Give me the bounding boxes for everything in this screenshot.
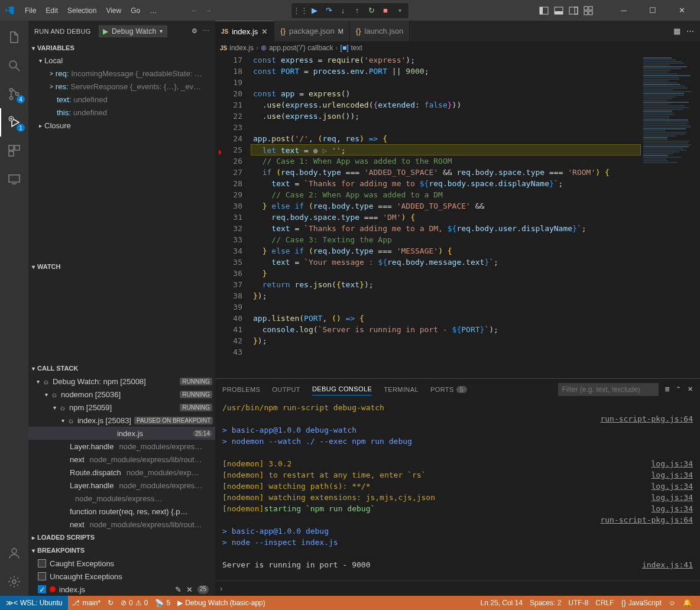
settings-gear-icon[interactable] [0,567,28,596]
bp-caught[interactable]: Caught Exceptions [28,557,215,570]
bottom-panel: PROBLEMSOUTPUTDEBUG CONSOLETERMINALPORTS… [215,378,700,596]
callstack-row[interactable]: index.js25:14 [28,427,215,440]
menu-go[interactable]: Go [127,4,144,17]
debug-status[interactable]: ▶ Debug Watch (basic-app) [174,599,269,607]
breadcrumb[interactable]: JS index.js › ⊕ app.post('/') callback ›… [215,41,700,54]
remote-indicator[interactable]: ≫< WSL: Ubuntu [0,596,68,610]
menu-view[interactable]: View [102,4,125,17]
variable-row[interactable]: text:undefined [28,93,215,106]
edit-icon[interactable]: ✎ [175,585,182,594]
extensions-icon[interactable] [0,137,28,165]
callstack-row[interactable]: Layer.handlenode_modules/expres… [28,479,215,492]
maximize-button[interactable]: ☐ [639,0,666,21]
code-content[interactable]: const express = require('express');const… [253,54,641,378]
maximize-panel-icon[interactable]: ⌃ [676,385,681,393]
explorer-icon[interactable] [0,23,28,51]
feedback-icon[interactable]: ☺ [665,599,679,607]
callstack-row[interactable]: Layer.handlenode_modules/expres… [28,440,215,453]
more-icon[interactable]: ⋯ [686,27,694,35]
callstack-row[interactable]: nextnode_modules/express/lib/rout… [28,453,215,466]
step-into-icon[interactable]: ↓ [336,4,350,18]
close-panel-icon[interactable]: ✕ [688,385,693,393]
variable-row[interactable]: >res:ServerResponse {_events: {…}, _ev… [28,80,215,93]
accounts-icon[interactable] [0,539,28,567]
watch-section[interactable]: ▾WATCH [28,260,215,273]
ports-indicator[interactable]: 📡 5 [151,599,174,607]
notifications-icon[interactable]: 🔔 [679,599,695,607]
code-editor[interactable]: 1718192021222324◗25262728293031323334353… [215,54,700,378]
drag-handle-icon[interactable]: ⋮⋮ [293,4,307,18]
encoding-indicator[interactable]: UTF-8 [565,599,592,607]
layout-left-icon[interactable] [537,4,550,17]
branch-indicator[interactable]: ⎇ main* [68,599,104,607]
close-icon[interactable]: ✕ [261,27,268,36]
filter-input[interactable] [558,383,659,396]
sync-indicator[interactable]: ↻ [104,599,117,607]
tab-launch.json[interactable]: {}launch.json [350,21,410,41]
cursor-position[interactable]: Ln 25, Col 14 [477,599,526,607]
callstack-row[interactable]: ▾☼npm [25059]RUNNING [28,401,215,414]
panel-tab-ports[interactable]: PORTS5 [430,384,467,395]
indent-indicator[interactable]: Spaces: 2 [526,599,565,607]
nav-back-icon[interactable]: ← [190,6,198,15]
panel-tab-problems[interactable]: PROBLEMS [222,384,260,395]
gear-icon[interactable]: ⚙ [192,27,197,35]
debug-config-select[interactable]: ▶ Debug Watch ▾ [99,25,167,37]
variables-section[interactable]: ▾VARIABLES [28,41,215,54]
tab-index.js[interactable]: JSindex.js✕ [215,21,274,41]
layout-bottom-icon[interactable] [552,4,565,17]
language-indicator[interactable]: {} JavaScript [618,599,665,607]
close-button[interactable]: ✕ [668,0,695,21]
checkbox-icon[interactable]: ✓ [38,585,46,593]
source-control-icon[interactable]: 4 [0,80,28,108]
step-over-icon[interactable]: ↷ [322,4,336,18]
preview-icon[interactable]: ▦ [673,27,680,35]
step-out-icon[interactable]: ↑ [350,4,364,18]
layout-right-icon[interactable] [567,4,580,17]
restart-icon[interactable]: ↻ [364,4,378,18]
variable-row[interactable]: this:undefined [28,106,215,119]
callstack-row[interactable]: function router(req, res, next) {.p… [28,505,215,518]
minimize-button[interactable]: ─ [610,0,637,21]
scope-closure[interactable]: ▸Closure [28,119,215,131]
nav-forward-icon[interactable]: → [204,6,212,15]
bp-file[interactable]: ✓ index.js ✎ ✕ 25 [28,583,215,596]
console-input[interactable]: › [215,580,700,596]
tab-package.json[interactable]: {}package.jsonM [274,21,349,41]
scope-local[interactable]: ▾Local [28,54,215,67]
customize-layout-icon[interactable] [582,4,595,17]
callstack-row[interactable]: ▾☼index.js [25083]PAUSED ON BREAKPOINT [28,414,215,427]
checkbox-icon[interactable] [38,572,46,580]
checkbox-icon[interactable] [38,559,46,567]
breakpoints-section[interactable]: ▾BREAKPOINTS [28,544,215,557]
panel-tab-output[interactable]: OUTPUT [272,384,300,395]
menu-edit[interactable]: Edit [41,4,62,17]
run-debug-icon[interactable]: 1 [0,108,28,137]
panel-tab-terminal[interactable]: TERMINAL [384,384,419,395]
minimap[interactable] [641,54,700,378]
menu-selection[interactable]: Selection [63,4,101,17]
panel-tab-debug-console[interactable]: DEBUG CONSOLE [312,383,372,395]
loaded-scripts-section[interactable]: ▸LOADED SCRIPTS [28,531,215,544]
remove-icon[interactable]: ✕ [186,585,193,594]
continue-icon[interactable]: ▶ [307,4,322,18]
callstack-row[interactable]: ▾☼Debug Watch: npm [25008]RUNNING [28,375,215,388]
problems-indicator[interactable]: ⊘ 0 ⚠ 0 [117,599,151,607]
more-icon[interactable]: ⋯ [203,27,209,35]
remote-explorer-icon[interactable] [0,165,28,193]
debug-console[interactable]: /usr/bin/npm run-script debug-watch run-… [215,400,700,580]
menu-…[interactable]: … [145,4,161,17]
eol-indicator[interactable]: CRLF [592,599,617,607]
callstack-row[interactable]: node_modules/express… [28,492,215,505]
menu-file[interactable]: File [21,4,40,17]
debug-dropdown-icon[interactable]: ▾ [393,4,407,18]
search-icon[interactable] [0,51,28,80]
callstack-section[interactable]: ▾CALL STACK [28,362,215,375]
bp-uncaught[interactable]: Uncaught Exceptions [28,570,215,583]
stop-icon[interactable]: ■ [378,4,393,18]
filter-options-icon[interactable]: ≣ [665,385,670,393]
callstack-row[interactable]: nextnode_modules/express/lib/rout… [28,518,215,531]
callstack-row[interactable]: Route.dispatchnode_modules/exp… [28,466,215,479]
variable-row[interactable]: >req:IncomingMessage {_readableState: … [28,67,215,80]
callstack-row[interactable]: ▾☼nodemon [25036]RUNNING [28,388,215,401]
